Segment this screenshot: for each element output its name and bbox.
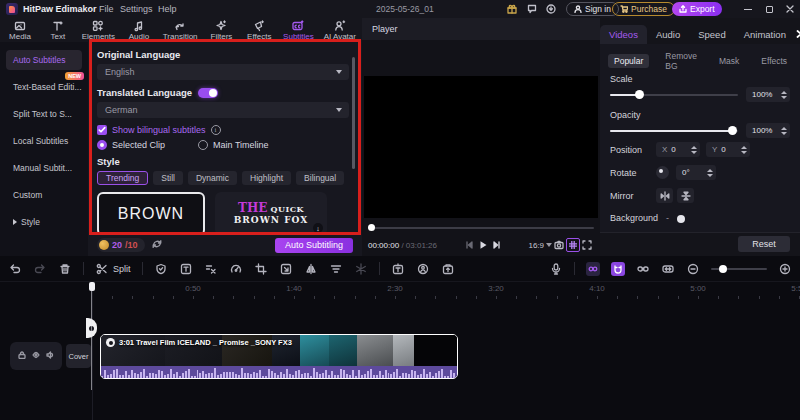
next-frame-icon[interactable] (490, 238, 504, 252)
scale-stepper[interactable] (781, 91, 787, 99)
previous-frame-icon[interactable] (462, 238, 476, 252)
scale-value-input[interactable]: 100% (746, 87, 790, 102)
style-tab-dynamic[interactable]: Dynamic (188, 171, 237, 185)
position-y-input[interactable]: Y0 (706, 142, 750, 157)
rotate-value-input[interactable]: 0° (676, 165, 716, 180)
tab-text[interactable]: Text (44, 20, 72, 41)
tab-speed[interactable]: Speed (689, 25, 734, 44)
download-update-icon[interactable] (544, 2, 558, 16)
restore-window-icon[interactable] (763, 4, 775, 14)
mirror-vertical-button[interactable] (677, 188, 694, 203)
voiceover-mic-icon[interactable] (549, 262, 563, 276)
auto-subtitling-button[interactable]: Auto Subtitling (275, 238, 353, 253)
player-seekbar[interactable] (368, 224, 594, 232)
style-tab-trending[interactable]: Trending (97, 171, 148, 185)
split-icon[interactable] (95, 262, 109, 276)
opacity-slider[interactable] (610, 126, 738, 135)
feedback-icon[interactable] (525, 2, 539, 16)
radio-main-timeline[interactable] (198, 140, 208, 150)
fullscreen-icon[interactable] (580, 238, 594, 252)
style-preview-brown[interactable]: BROWN (97, 192, 205, 236)
undo-icon[interactable] (8, 262, 22, 276)
style-tab-bilingual[interactable]: Bilingual (296, 171, 344, 185)
gift-icon[interactable] (505, 2, 519, 16)
tab-effects[interactable]: Effects (245, 20, 273, 41)
scale-slider-knob[interactable] (635, 90, 644, 99)
chevron-right-icon[interactable] (795, 30, 800, 40)
opacity-value-input[interactable]: 100% (746, 123, 790, 138)
sidebar-item-split-text[interactable]: Split Text to S... (6, 104, 82, 124)
mute-track-icon[interactable] (46, 351, 54, 361)
tab-elements[interactable]: Elements (82, 20, 115, 41)
tab-audio-props[interactable]: Audio (647, 25, 689, 44)
speed-icon[interactable] (229, 262, 243, 276)
opacity-stepper[interactable] (781, 127, 787, 135)
text-tool-icon[interactable] (179, 262, 193, 276)
tab-audio[interactable]: Audio (125, 20, 153, 41)
hide-track-icon[interactable] (32, 351, 40, 361)
purchase-button[interactable]: Purchase (612, 2, 675, 16)
reset-button[interactable]: Reset (738, 236, 790, 252)
play-icon[interactable] (476, 238, 490, 252)
translated-language-select[interactable]: German (97, 102, 349, 118)
magnet-snap-toggle[interactable] (611, 262, 625, 276)
tab-filters[interactable]: Filters (207, 20, 235, 41)
avatar-tool-icon[interactable] (416, 262, 430, 276)
sidebar-item-style[interactable]: Style (6, 212, 82, 232)
mirror-horizontal-button[interactable] (656, 188, 673, 203)
sidebar-item-text-based-editing[interactable]: Text-Based Editi... NEW (6, 77, 82, 97)
timeline-zoom-slider[interactable] (711, 268, 767, 270)
tab-subtitles[interactable]: Subtitles (283, 20, 314, 41)
snapshot-icon[interactable] (552, 238, 566, 252)
position-x-stepper[interactable] (691, 146, 697, 154)
bilingual-checkbox[interactable] (97, 125, 107, 135)
zoom-slider-knob[interactable] (719, 265, 727, 273)
import-media-icon[interactable] (441, 262, 455, 276)
align-icon[interactable] (329, 262, 343, 276)
subtab-mask[interactable]: Mask (713, 54, 745, 68)
export-button[interactable]: Export (672, 2, 722, 16)
redo-icon[interactable] (33, 262, 47, 276)
crop-icon[interactable] (254, 262, 268, 276)
remove-subtitle-icon[interactable] (204, 262, 218, 276)
position-y-stepper[interactable] (741, 146, 747, 154)
timeline-ruler[interactable]: 0:50 1:40 2:30 3:20 4:10 5:00 5:50 (92, 282, 800, 300)
grid-overlay-icon[interactable] (566, 238, 580, 252)
refresh-icon[interactable] (152, 239, 162, 251)
chain-link-icon[interactable] (636, 262, 650, 276)
panel-scrollbar[interactable] (352, 57, 355, 169)
subtab-effects[interactable]: Effects (755, 54, 793, 68)
link-clips-toggle[interactable] (586, 262, 600, 276)
opacity-slider-knob[interactable] (728, 126, 737, 135)
shield-icon[interactable] (154, 262, 168, 276)
minimize-icon[interactable] (742, 4, 754, 14)
lock-track-icon[interactable] (18, 351, 26, 361)
style-preview-quick-brown-fox[interactable]: THE QUICK BROWN FOX ↓ (215, 192, 327, 236)
zoom-out-icon[interactable] (686, 262, 700, 276)
tab-videos[interactable]: Videos (600, 25, 647, 44)
freeze-frame-icon[interactable] (354, 262, 368, 276)
playhead[interactable] (89, 282, 95, 291)
tab-animation[interactable]: Animation (735, 25, 795, 44)
original-language-select[interactable]: English (97, 64, 349, 80)
export-frame-icon[interactable] (279, 262, 293, 276)
seek-knob[interactable] (368, 224, 375, 231)
translated-language-toggle[interactable] (198, 88, 218, 98)
style-tab-highlight[interactable]: Highlight (242, 171, 291, 185)
subtab-remove-bg[interactable]: Remove BG (659, 49, 703, 73)
radio-selected-clip[interactable] (97, 140, 107, 150)
sidebar-item-auto-subtitles[interactable]: Auto Subtitles (6, 50, 82, 70)
menu-help[interactable]: Help (158, 4, 177, 14)
add-text-icon[interactable] (391, 262, 405, 276)
tab-ai-avatar[interactable]: AI Avatar (324, 20, 356, 41)
rotate-stepper[interactable] (707, 169, 713, 177)
tab-media[interactable]: Media (6, 20, 34, 41)
scale-slider[interactable] (610, 90, 738, 99)
close-icon[interactable] (784, 4, 796, 14)
zoom-in-icon[interactable] (778, 262, 792, 276)
download-style-icon[interactable]: ↓ (313, 223, 323, 233)
menu-file[interactable]: File (99, 4, 114, 14)
sidebar-item-local-subtitles[interactable]: Local Subtitles (6, 131, 82, 151)
cover-button[interactable]: Cover (66, 344, 91, 368)
position-x-input[interactable]: X0 (656, 142, 700, 157)
